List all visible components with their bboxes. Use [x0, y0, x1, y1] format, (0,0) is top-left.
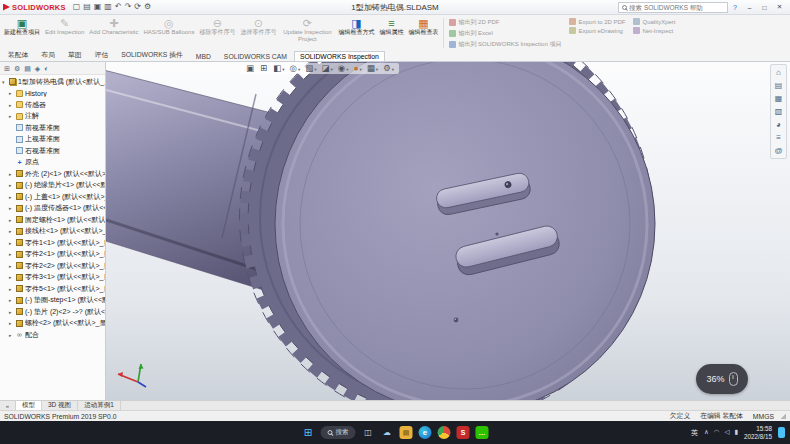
taskbar-clock[interactable]: 15:58 2022/8/15 — [744, 425, 772, 440]
ribbon-button[interactable]: ✎ Edit Inspection — [43, 16, 86, 50]
widgets-button[interactable]: ☁ — [381, 426, 394, 439]
expand-arrow-icon[interactable]: ▸ — [9, 217, 14, 223]
ribbon-export-item[interactable]: Export eDrawing — [569, 27, 625, 34]
hud-tool[interactable]: ◧ ▾ — [273, 64, 284, 73]
new-file-icon[interactable]: ▢ — [73, 3, 81, 11]
ribbon-export-item[interactable]: 输出到 2D PDF — [449, 18, 561, 27]
document-tab[interactable]: 模型 — [16, 401, 42, 410]
ime-indicator[interactable]: 英 — [691, 428, 698, 438]
chevron-down-icon[interactable]: ▾ — [346, 68, 348, 73]
hud-tool[interactable]: ▦ ▾ — [367, 64, 378, 73]
tree-item[interactable]: 原点 — [0, 157, 105, 169]
tree-item[interactable]: ▸ 传感器 — [0, 99, 105, 111]
commandmanager-tab[interactable]: SOLIDWORKS Inspection — [294, 51, 385, 61]
options-icon[interactable]: ⚙ — [144, 3, 151, 11]
expand-arrow-icon[interactable]: ▾ — [2, 79, 7, 85]
hud-tool[interactable]: ◎ ▾ — [289, 64, 300, 73]
custom-properties-icon[interactable]: ≡ — [772, 132, 785, 143]
tree-item[interactable]: ▸ 零件3<1> (默认<<默认>_显示状态... — [0, 272, 105, 284]
file-explorer-icon[interactable]: ▦ — [772, 93, 785, 104]
tree-item[interactable]: ▸ (-) 上盖<1> (默认<<默认>_显示状... — [0, 191, 105, 203]
expand-arrow-icon[interactable]: ▸ — [9, 113, 14, 119]
ribbon-button[interactable]: ≡ 编辑属性 — [377, 16, 405, 50]
resources-home-icon[interactable]: ⌂ — [772, 67, 785, 78]
expand-arrow-icon[interactable]: ▸ — [9, 263, 14, 269]
file-explorer-button[interactable]: ▤ — [400, 426, 413, 439]
help-button[interactable]: ? — [731, 4, 739, 11]
tree-item[interactable]: ▸ (-) 垫圈-step<1> (默认<<默认>_... — [0, 295, 105, 307]
tree-item[interactable]: ▸ (-) 垫片 (2)<2> ->? (默认<<默... — [0, 306, 105, 318]
ribbon-export-item[interactable]: Net-Inspect — [633, 27, 675, 34]
tree-item[interactable]: ▾ 1型加铸热电偶 (默认<默认_显示状态-1>) — [0, 76, 105, 88]
hud-tool[interactable]: ⚙ ▾ — [383, 64, 394, 73]
featuremanager-icon[interactable]: ⊞ — [4, 65, 10, 72]
tree-item[interactable]: ▸ 零件5<1> (默认<<默认>_显示状态... — [0, 283, 105, 295]
wifi-icon[interactable]: ◠ — [714, 429, 720, 436]
graphics-viewport[interactable]: ▣ ⊞ ◧ ▾ ◎ ▾ — [106, 62, 790, 400]
ribbon-export-item[interactable]: Export to 2D PDF — [569, 18, 625, 25]
ribbon-button[interactable]: ⊙ 选择零件序号 — [238, 16, 278, 50]
tree-item[interactable]: ▸ 零件2<2> (默认<<默认>_显示状态... — [0, 260, 105, 272]
expand-arrow-icon[interactable]: ▸ — [9, 102, 14, 108]
ribbon-button[interactable]: ⟳ Update Inspection Project — [279, 16, 335, 50]
tree-item[interactable]: 上视基准面 — [0, 134, 105, 146]
tree-item[interactable]: ▸ 零件2<1> (默认<<默认>_显示状态... — [0, 249, 105, 261]
edge-button[interactable]: e — [419, 426, 432, 439]
configurationmanager-icon[interactable]: ▤ — [24, 65, 31, 72]
expand-arrow-icon[interactable]: ▸ — [9, 286, 14, 292]
expand-arrow-icon[interactable]: ▸ — [9, 171, 14, 177]
start-button[interactable]: ⊞ — [302, 426, 315, 439]
hud-tool[interactable]: ◪ ▾ — [321, 64, 332, 73]
help-search-input[interactable] — [629, 4, 724, 11]
save-icon[interactable]: ▣ — [94, 3, 102, 11]
dimxpertmanager-icon[interactable]: ◈ — [35, 65, 40, 72]
chevron-down-icon[interactable]: ▾ — [360, 68, 362, 73]
chevron-down-icon[interactable]: ▾ — [282, 68, 284, 73]
ribbon-button[interactable]: ✚ Add Characteristic — [87, 16, 140, 50]
document-tab[interactable]: 3D 视图 — [42, 401, 78, 410]
open-file-icon[interactable]: ▤ — [83, 3, 91, 11]
hud-tool[interactable]: ▣ — [246, 64, 255, 73]
tree-item[interactable]: ▸ 配合 — [0, 329, 105, 341]
expand-arrow-icon[interactable]: ▸ — [9, 205, 14, 211]
model-canvas[interactable] — [106, 62, 790, 400]
expand-arrow-icon[interactable]: ▸ — [9, 228, 14, 234]
ribbon-button[interactable]: ▦ 编辑检查表 — [406, 16, 440, 50]
ribbon-button[interactable]: ◨ 编辑检查方式 — [336, 16, 376, 50]
expand-arrow-icon[interactable]: ▸ — [9, 332, 14, 338]
chevron-down-icon[interactable]: ▾ — [392, 68, 394, 73]
rebuild-icon[interactable]: ⟳ — [134, 3, 141, 11]
expand-arrow-icon[interactable]: ▸ — [9, 90, 14, 96]
chevron-down-icon[interactable]: ▾ — [376, 68, 378, 73]
tree-item[interactable]: ▸ 接线柱<1> (默认<<默认>_显示状... — [0, 226, 105, 238]
close-button[interactable]: ✕ — [772, 1, 787, 13]
tree-item[interactable]: ▸ 外壳 (2)<1> (默认<<默认>_显示状态) — [0, 168, 105, 180]
status-item[interactable]: MMGS — [753, 413, 774, 420]
tree-item[interactable]: ▸ (-) 绝缘垫片<1> (默认<<默认>_显... — [0, 180, 105, 192]
chrome-button[interactable] — [438, 426, 451, 439]
appearances-scenes-icon[interactable]: ◕ — [772, 119, 785, 130]
expand-arrow-icon[interactable]: ▸ — [9, 309, 14, 315]
tree-item[interactable]: ▸ 零件1<1> (默认<<默认>_显示状态... — [0, 237, 105, 249]
expand-arrow-icon[interactable]: ▸ — [9, 320, 14, 326]
hud-tool[interactable]: ⊞ — [260, 64, 268, 73]
expand-arrow-icon[interactable]: ▸ — [9, 297, 14, 303]
ribbon-export-item[interactable]: 输出到 Excel — [449, 29, 561, 38]
ribbon-button[interactable]: ▣ 新建检查项目 — [2, 16, 42, 50]
restore-button[interactable]: □ — [757, 1, 772, 13]
battery-icon[interactable]: ▮ — [734, 429, 738, 436]
chevron-down-icon[interactable]: ▾ — [330, 68, 332, 73]
expand-arrow-icon[interactable]: ▸ — [9, 194, 14, 200]
propertymanager-icon[interactable]: ⚙ — [14, 65, 20, 72]
tree-item[interactable]: ▸ (-) 温度传感器<1> (默认<<默认>... — [0, 203, 105, 215]
tree-item[interactable]: ▸ 注解 — [0, 111, 105, 123]
ribbon-button[interactable]: ⊖ 移除零件序号 — [197, 16, 237, 50]
document-tab[interactable]: 运动算例1 — [78, 401, 121, 410]
ribbon-button[interactable]: ◎ HAS/SUB Balloons — [141, 16, 196, 50]
design-library-icon[interactable]: ▤ — [772, 80, 785, 91]
housing-face[interactable] — [275, 62, 655, 400]
notification-badge[interactable] — [778, 427, 785, 438]
undo-icon[interactable]: ↶ — [115, 3, 122, 11]
ribbon-export-item[interactable]: QualityXpert — [633, 18, 675, 25]
expand-arrow-icon[interactable]: ▸ — [9, 240, 14, 246]
